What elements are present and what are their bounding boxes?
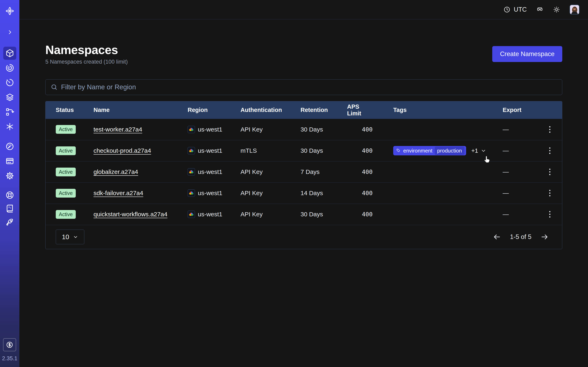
gear-icon — [5, 171, 15, 180]
export-value: — — [503, 168, 537, 175]
namespace-link[interactable]: test-worker.a27a4 — [94, 126, 142, 133]
timezone-selector[interactable]: UTC — [503, 6, 527, 13]
prev-page-button[interactable] — [493, 233, 502, 242]
auth-label: API Key — [241, 126, 301, 133]
aps-limit-value: 400 — [347, 147, 393, 154]
page-size-value: 10 — [62, 233, 69, 241]
chevron-right-icon — [7, 29, 13, 35]
sidebar-item-nexus[interactable] — [3, 120, 16, 133]
temporal-logo-icon[interactable] — [3, 4, 16, 17]
column-header-name: Name — [94, 107, 188, 113]
arrow-right-icon — [540, 233, 549, 242]
auth-label: API Key — [241, 211, 301, 218]
aps-limit-value: 400 — [347, 190, 393, 197]
chevron-down-icon — [73, 234, 78, 240]
row-menu-button[interactable] — [543, 209, 556, 220]
gcp-cloud-icon — [188, 211, 195, 218]
sidebar-item-workflows[interactable] — [3, 61, 16, 75]
page-title: Namespaces — [45, 43, 128, 57]
glasses-icon[interactable] — [536, 6, 544, 13]
sidebar-item-billing[interactable] — [3, 155, 16, 167]
row-menu-button[interactable] — [543, 188, 556, 198]
tags-more-count: +1 — [471, 147, 478, 154]
row-menu-button[interactable] — [543, 124, 556, 135]
sidebar-item-batch-operations[interactable] — [3, 105, 16, 118]
auth-label: mTLS — [241, 147, 301, 154]
row-menu-button[interactable] — [543, 167, 556, 177]
user-avatar[interactable] — [570, 5, 579, 15]
gauge-icon — [5, 142, 15, 151]
region-cell: us-west1 — [188, 189, 241, 197]
retention-label: 14 Days — [301, 190, 347, 197]
spiral-icon — [5, 63, 15, 73]
sidebar-item-docs[interactable] — [3, 202, 16, 215]
app-version: 2.35.1 — [2, 355, 17, 362]
region-label: us-west1 — [198, 190, 222, 197]
page-size-select[interactable]: 10 — [56, 230, 84, 244]
sidebar-item-usage[interactable] — [3, 140, 16, 153]
chevron-down-icon — [481, 148, 486, 154]
timezone-label: UTC — [514, 6, 527, 13]
tag-pill[interactable]: environment production — [393, 146, 466, 155]
column-header-authentication: Authentication — [241, 107, 301, 113]
rocket-icon — [5, 217, 15, 227]
namespace-link[interactable]: checkout-prod.a27a4 — [94, 147, 151, 154]
filter-input[interactable] — [61, 83, 557, 91]
layers-icon — [5, 92, 15, 102]
page-subtitle: 5 Namespaces created (100 limit) — [45, 59, 128, 65]
tag-value: production — [435, 147, 464, 155]
sidebar-footer: 2.35.1 — [2, 338, 17, 367]
namespace-link[interactable]: quickstart-workflows.a27a4 — [94, 211, 167, 218]
sidebar-item-getting-started[interactable] — [3, 216, 16, 229]
sidebar-item-deployments[interactable] — [3, 91, 16, 104]
status-badge: Active — [56, 167, 76, 176]
page-header: Namespaces 5 Namespaces created (100 lim… — [45, 43, 562, 65]
sidebar-item-pricing[interactable] — [3, 338, 16, 351]
content-area: UTC — [19, 0, 588, 367]
sidebar-item-namespaces[interactable] — [3, 47, 16, 60]
table-row: Active sdk-failover.a27a4 us-west1 API K… — [45, 183, 562, 204]
sidebar-item-settings[interactable] — [3, 169, 16, 182]
tags-cell: environment production +1 — [393, 146, 503, 155]
table-pagination: 10 1-5 of 5 — [45, 225, 562, 249]
table-row: Active checkout-prod.a27a4 us-west1 mTLS… — [45, 140, 562, 161]
aps-limit-value: 400 — [347, 211, 393, 218]
arrow-left-icon — [493, 233, 502, 242]
export-value: — — [503, 190, 537, 197]
region-cell: us-west1 — [188, 126, 241, 133]
namespace-link[interactable]: sdk-failover.a27a4 — [94, 190, 143, 197]
lifebuoy-icon — [5, 191, 15, 200]
region-cell: us-west1 — [188, 211, 241, 218]
auth-label: API Key — [241, 190, 301, 197]
next-page-button[interactable] — [540, 233, 549, 242]
pagination-nav: 1-5 of 5 — [493, 233, 549, 242]
namespaces-table: Status Name Region Authentication Retent… — [45, 101, 562, 249]
topbar: UTC — [19, 0, 588, 19]
status-badge: Active — [56, 125, 76, 134]
tag-icon — [396, 149, 401, 153]
sidebar-item-support[interactable] — [3, 189, 16, 202]
namespace-link[interactable]: globalizer.a27a4 — [94, 168, 138, 175]
asterisk-icon — [5, 122, 15, 131]
status-badge: Active — [56, 146, 76, 155]
column-header-status: Status — [45, 107, 94, 113]
book-sparkles-icon — [5, 204, 15, 213]
column-header-export: Export — [503, 107, 537, 113]
status-badge: Active — [56, 189, 76, 198]
create-namespace-button[interactable]: Create Namespace — [492, 46, 562, 62]
auth-label: API Key — [241, 168, 301, 175]
credit-card-icon — [5, 156, 15, 166]
row-menu-button[interactable] — [543, 145, 556, 156]
retention-label: 7 Days — [301, 168, 347, 175]
page-range-label: 1-5 of 5 — [510, 233, 531, 241]
column-header-region: Region — [188, 107, 241, 113]
table-header: Status Name Region Authentication Retent… — [45, 101, 562, 119]
column-header-aps-limit: APS Limit — [347, 103, 393, 117]
app-root: 2.35.1 UTC — [0, 0, 588, 367]
sidebar-item-schedules[interactable] — [3, 76, 16, 89]
region-cell: us-west1 — [188, 147, 241, 154]
sun-icon[interactable] — [553, 6, 560, 13]
column-header-tags: Tags — [393, 107, 503, 113]
sidebar-collapse-button[interactable] — [3, 26, 16, 39]
tags-expand-button[interactable] — [481, 148, 486, 154]
